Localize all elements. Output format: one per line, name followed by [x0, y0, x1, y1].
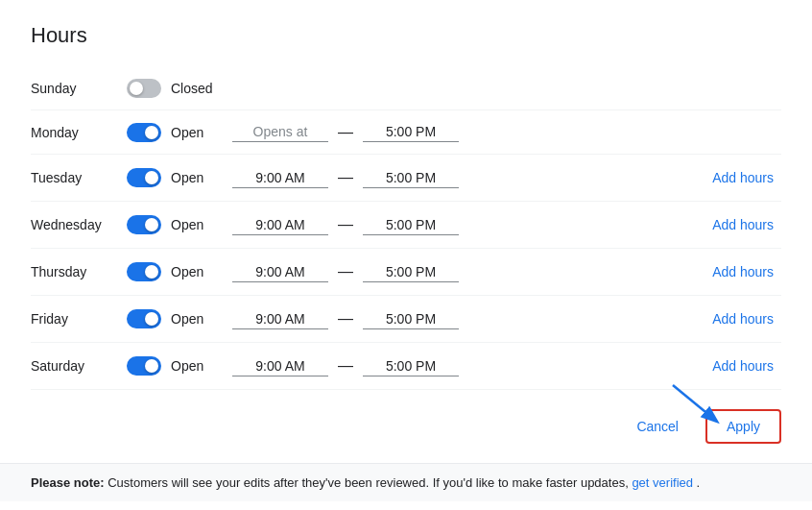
time-separator: —	[338, 216, 353, 233]
time-separator: —	[338, 169, 353, 186]
time-section: —	[232, 356, 685, 376]
time-section: —	[232, 309, 685, 329]
day-name-sunday: Sunday	[31, 81, 127, 96]
add-hours-button[interactable]: Add hours	[705, 213, 781, 236]
close-time-input[interactable]	[363, 309, 459, 329]
open-time-input[interactable]	[232, 122, 328, 142]
toggle-slider[interactable]	[127, 123, 161, 142]
time-section: —	[232, 262, 685, 282]
toggle-slider[interactable]	[127, 309, 161, 328]
toggle-slider[interactable]	[127, 262, 161, 281]
status-label: Open	[171, 125, 224, 140]
toggle-wrap-friday: Open	[127, 309, 232, 328]
close-time-input[interactable]	[363, 215, 459, 235]
close-time-input[interactable]	[363, 262, 459, 282]
status-label: Open	[171, 217, 224, 232]
day-name-saturday: Saturday	[31, 358, 127, 374]
toggle-slider[interactable]	[127, 168, 161, 187]
open-time-input[interactable]	[232, 168, 328, 188]
toggle-wrap-sunday: Closed	[127, 79, 232, 98]
toggle-monday[interactable]	[127, 123, 161, 142]
open-time-input[interactable]	[232, 215, 328, 235]
open-time-input[interactable]	[232, 262, 328, 282]
status-label: Open	[171, 311, 224, 327]
day-row: SundayClosed	[31, 67, 781, 110]
note-bar: Please note: Customers will see your edi…	[0, 463, 812, 501]
time-section: —	[232, 122, 666, 142]
close-time-input[interactable]	[363, 356, 459, 376]
open-time-input[interactable]	[232, 356, 328, 376]
day-name-thursday: Thursday	[31, 264, 127, 279]
toggle-slider[interactable]	[127, 79, 161, 98]
toggle-wrap-saturday: Open	[127, 356, 232, 376]
note-bold: Please note:	[31, 475, 105, 490]
add-hours-button[interactable]: Add hours	[705, 354, 781, 377]
close-time-input[interactable]	[363, 168, 459, 188]
toggle-saturday[interactable]	[127, 356, 161, 376]
svg-line-1	[673, 385, 716, 421]
toggle-friday[interactable]	[127, 309, 161, 328]
note-end: .	[697, 475, 701, 490]
time-separator: —	[338, 263, 353, 280]
add-hours-button[interactable]: Add hours	[705, 260, 781, 283]
status-label: Open	[171, 358, 224, 374]
close-time-input[interactable]	[363, 122, 459, 142]
status-label: Open	[171, 170, 224, 185]
footer-actions: Cancel Apply	[0, 390, 812, 463]
page-title: Hours	[31, 23, 781, 48]
day-row: FridayOpen—Add hours	[31, 296, 781, 343]
toggle-sunday[interactable]	[127, 79, 161, 98]
day-row: WednesdayOpen—Add hours	[31, 202, 781, 249]
toggle-wrap-thursday: Open	[127, 262, 232, 281]
toggle-wednesday[interactable]	[127, 215, 161, 234]
toggle-wrap-wednesday: Open	[127, 215, 232, 234]
time-section: —	[232, 168, 685, 188]
note-text: Customers will see your edits after they…	[107, 475, 632, 490]
toggle-slider[interactable]	[127, 356, 161, 376]
get-verified-link[interactable]: get verified	[632, 475, 693, 490]
day-row: ThursdayOpen—Add hours	[31, 249, 781, 296]
add-hours-button[interactable]: Add hours	[705, 307, 781, 330]
toggle-slider[interactable]	[127, 215, 161, 234]
hours-form: Hours SundayClosedMondayOpen—TuesdayOpen…	[0, 0, 812, 390]
day-row: MondayOpen—	[31, 110, 781, 155]
day-name-friday: Friday	[31, 311, 127, 327]
day-name-wednesday: Wednesday	[31, 217, 127, 232]
time-section: —	[232, 215, 685, 235]
toggle-thursday[interactable]	[127, 262, 161, 281]
toggle-wrap-monday: Open	[127, 123, 232, 142]
day-row: TuesdayOpen—Add hours	[31, 155, 781, 202]
arrow-indicator	[668, 380, 726, 428]
open-time-input[interactable]	[232, 309, 328, 329]
status-label: Open	[171, 264, 224, 279]
toggle-tuesday[interactable]	[127, 168, 161, 187]
day-name-tuesday: Tuesday	[31, 170, 127, 185]
add-hours-button[interactable]: Add hours	[705, 166, 781, 189]
status-label: Closed	[171, 81, 224, 96]
time-separator: —	[338, 124, 353, 141]
day-name-monday: Monday	[31, 125, 127, 140]
days-list: SundayClosedMondayOpen—TuesdayOpen—Add h…	[31, 67, 781, 390]
time-separator: —	[338, 310, 353, 328]
time-separator: —	[338, 357, 353, 375]
toggle-wrap-tuesday: Open	[127, 168, 232, 187]
